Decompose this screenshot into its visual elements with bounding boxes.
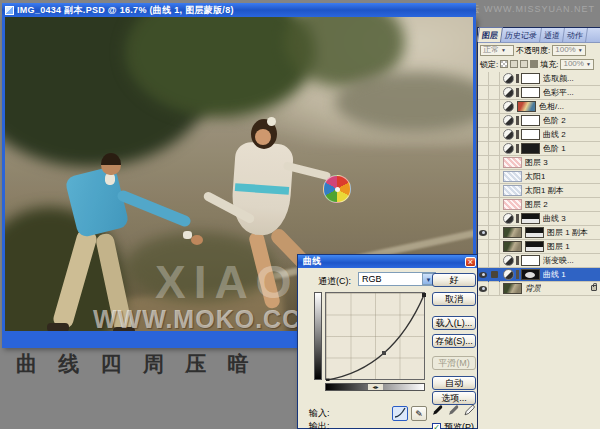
tab-layers[interactable]: 图层 xyxy=(477,27,503,42)
save-button[interactable]: 存储(S)... xyxy=(432,334,476,348)
layer-thumbnail[interactable] xyxy=(503,283,522,294)
gray-eyedropper-icon[interactable] xyxy=(447,404,459,417)
preview-label: 预览(P) xyxy=(444,421,474,429)
layer-thumbnail[interactable] xyxy=(503,241,522,252)
layer-row-color-balance[interactable]: 色彩平... xyxy=(478,86,600,100)
mask-edit-icon xyxy=(491,271,498,278)
adjustment-layer-icon xyxy=(503,269,514,280)
visibility-toggle[interactable] xyxy=(478,198,489,212)
layer-mask-thumbnail[interactable] xyxy=(521,269,540,280)
layer-row-layer-1-copy[interactable]: 图层 1 副本 xyxy=(478,226,600,240)
layer-thumbnail[interactable] xyxy=(517,101,536,112)
layer-thumbnail[interactable] xyxy=(503,227,522,238)
auto-button[interactable]: 自动 xyxy=(432,376,476,390)
adjustment-layer-icon xyxy=(503,213,514,224)
eyedropper-group xyxy=(431,404,477,417)
document-titlebar[interactable]: IMG_0434 副本.PSD @ 16.7% (曲线 1, 图层蒙版/8) xyxy=(2,3,476,17)
layer-row-sun-1[interactable]: 太阳1 xyxy=(478,170,600,184)
visibility-toggle[interactable] xyxy=(478,128,489,142)
layer-row-sun-1-copy[interactable]: 太阳1 副本 xyxy=(478,184,600,198)
layer-mask-thumbnail[interactable] xyxy=(525,227,544,238)
visibility-toggle[interactable] xyxy=(478,156,489,170)
visibility-toggle[interactable] xyxy=(478,268,489,282)
blend-mode-select[interactable]: 正常 ▼ xyxy=(480,45,514,56)
curves-dialog-titlebar[interactable]: 曲线 × xyxy=(298,255,478,268)
lock-row: 锁定: 填充: 100% ▼ xyxy=(478,57,600,71)
curves-dialog-title: 曲线 xyxy=(303,255,465,268)
layer-row-layer-3[interactable]: 图层 3 xyxy=(478,156,600,170)
checkbox-checked-icon[interactable]: ✓ xyxy=(432,423,441,429)
layer-row-curves-2[interactable]: 曲线 2 xyxy=(478,128,600,142)
layer-row-selective-color[interactable]: 选取颜... xyxy=(478,72,600,86)
options-button[interactable]: 选项... xyxy=(432,391,476,405)
fill-value[interactable]: 100% ▼ xyxy=(560,59,593,70)
tab-channels[interactable]: 通道 xyxy=(540,28,565,42)
curves-horizontal-gradient-bar[interactable]: ◂▸ xyxy=(325,383,425,391)
mask-link-icon xyxy=(516,270,519,279)
lock-label: 锁定: xyxy=(480,59,498,70)
visibility-toggle[interactable] xyxy=(478,240,489,254)
layer-thumbnail[interactable] xyxy=(503,185,522,196)
psd-file-icon xyxy=(5,6,14,15)
layer-row-layer-1[interactable]: 图层 1 xyxy=(478,240,600,254)
layer-mask-thumbnail[interactable] xyxy=(521,115,540,126)
visibility-toggle[interactable] xyxy=(478,100,489,114)
layer-row-curves-1-selected[interactable]: 曲线 1 xyxy=(478,268,600,282)
lock-all-icon[interactable] xyxy=(530,60,538,68)
layer-mask-thumbnail[interactable] xyxy=(521,87,540,98)
layer-thumbnail[interactable] xyxy=(503,157,522,168)
white-eyedropper-icon[interactable] xyxy=(463,404,475,417)
desktop: 思缘设计论坛 WWW.MISSYUAN.NET IMG_0434 副本.PSD … xyxy=(0,0,600,429)
layer-mask-thumbnail[interactable] xyxy=(521,213,540,224)
channel-select[interactable]: RGB ▼ xyxy=(358,272,436,286)
layer-row-levels-2[interactable]: 色阶 2 xyxy=(478,114,600,128)
visibility-toggle[interactable] xyxy=(478,212,489,226)
layer-row-curves-3[interactable]: 曲线 3 xyxy=(478,212,600,226)
layer-mask-thumbnail[interactable] xyxy=(521,129,540,140)
layer-mask-thumbnail[interactable] xyxy=(521,255,540,266)
gradient-mid-arrows-icon[interactable]: ◂▸ xyxy=(368,384,383,390)
channel-value: RGB xyxy=(359,274,422,284)
visibility-toggle[interactable] xyxy=(478,184,489,198)
ok-button[interactable]: 好 xyxy=(432,273,476,287)
tab-actions[interactable]: 动作 xyxy=(563,28,588,42)
layer-mask-thumbnail[interactable] xyxy=(521,143,540,154)
layer-list: 选取颜... 色彩平... 色相/... 色阶 2 xyxy=(478,72,600,296)
layer-row-background[interactable]: 背景 xyxy=(478,282,600,296)
layer-row-hue-saturation[interactable]: 色相/... xyxy=(478,100,600,114)
curve-line xyxy=(326,293,426,381)
lock-position-icon[interactable] xyxy=(520,60,528,68)
cancel-button[interactable]: 取消 xyxy=(432,292,476,306)
layer-row-levels-1[interactable]: 色阶 1 xyxy=(478,142,600,156)
layer-row-layer-2[interactable]: 图层 2 xyxy=(478,198,600,212)
curves-grid[interactable] xyxy=(325,292,425,380)
layer-mask-thumbnail[interactable] xyxy=(521,73,540,84)
mask-link-icon xyxy=(516,74,519,83)
preview-checkbox-row[interactable]: ✓ 预览(P) xyxy=(432,421,474,429)
tutorial-caption: 曲 线 四 周 压 暗 xyxy=(16,350,256,378)
curve-point-tool-button[interactable] xyxy=(392,406,408,421)
blend-row: 正常 ▼ 不透明度: 100% ▼ xyxy=(478,43,600,57)
layer-thumbnail[interactable] xyxy=(503,171,522,182)
visibility-toggle[interactable] xyxy=(478,226,489,240)
close-icon[interactable]: × xyxy=(465,257,476,267)
tab-history[interactable]: 历史记录 xyxy=(501,28,542,42)
black-eyedropper-icon[interactable] xyxy=(431,404,443,417)
visibility-toggle[interactable] xyxy=(478,86,489,100)
lock-transparency-icon[interactable] xyxy=(500,60,508,68)
pencil-tool-button[interactable]: ✎ xyxy=(411,406,427,421)
visibility-toggle[interactable] xyxy=(478,72,489,86)
load-button[interactable]: 载入(L)... xyxy=(432,316,476,330)
visibility-toggle[interactable] xyxy=(478,142,489,156)
opacity-value[interactable]: 100% ▼ xyxy=(552,45,585,56)
visibility-toggle[interactable] xyxy=(478,282,489,296)
layer-row-gradient-map[interactable]: 渐变映... xyxy=(478,254,600,268)
visibility-toggle[interactable] xyxy=(478,170,489,184)
mask-link-icon xyxy=(516,256,519,265)
visibility-toggle[interactable] xyxy=(478,114,489,128)
layer-thumbnail[interactable] xyxy=(503,199,522,210)
layer-mask-thumbnail[interactable] xyxy=(525,241,544,252)
lock-paint-icon[interactable] xyxy=(510,60,518,68)
visibility-toggle[interactable] xyxy=(478,254,489,268)
fill-label: 填充: xyxy=(540,59,558,70)
